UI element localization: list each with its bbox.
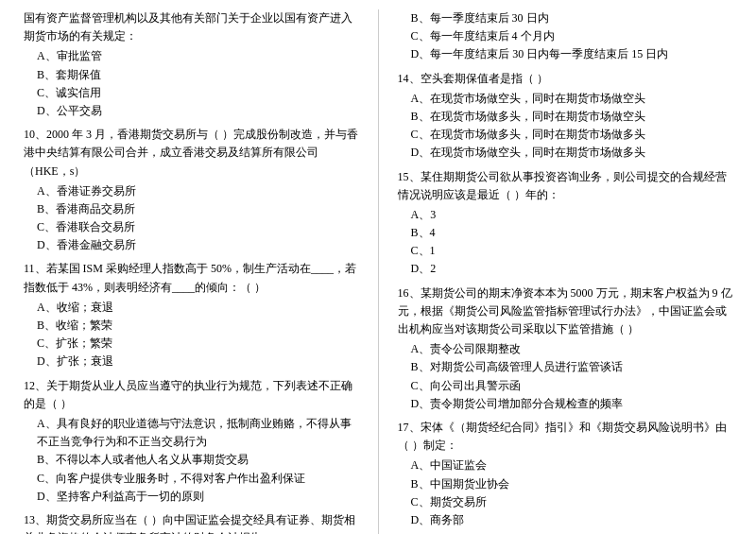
question-16: 16、某期货公司的期末净资本本为 5000 万元，期末客户权益为 9 亿元，根据… (398, 284, 733, 413)
left-column: 国有资产监督管理机构以及其他有关部门关于企业以国有资产进入期货市场的有关规定： … (19, 9, 364, 534)
q11-option-c: C、扩张；繁荣 (37, 335, 359, 353)
question-10-text: 10、2000 年 3 月，香港期货交易所与（ ）完成股份制改造，并与香港中央结… (24, 126, 359, 181)
q17-option-c: C、期货交易所 (411, 493, 733, 511)
option-c: C、诚实信用 (37, 84, 359, 102)
q16-option-a: A、责令公司限期整改 (411, 340, 733, 358)
question-17: 17、宋体《（期货经纪合同》指引》和《期货交易风险说明书》由（ ）制定： A、中… (398, 419, 733, 529)
question-15: 15、某住期期货公司欲从事投资咨询业务，则公司提交的合规经营情况说明应该是最近（… (398, 168, 733, 279)
q14-option-c: C、在现货市场做多头，同时在期货市场做多头 (411, 126, 733, 144)
q17-option-d: D、商务部 (411, 511, 733, 529)
q14-option-b: B、在现货市场做多头，同时在期货市场做空头 (411, 108, 733, 126)
q10-option-d: D、香港金融交易所 (37, 236, 359, 254)
q12-option-d: D、坚持客户利益高于一切的原则 (37, 488, 359, 506)
q12-option-a: A、具有良好的职业道德与守法意识，抵制商业贿赂，不得从事不正当竞争行为和不正当交… (37, 415, 359, 451)
question-11: 11、若某国 ISM 采购经理人指数高于 50%，制生产活动在____，若指数低… (24, 260, 359, 370)
q15-option-d: D、2 (411, 260, 733, 278)
q12-option-c: C、向客户提供专业服务时，不得对客户作出盈利保证 (37, 470, 359, 488)
q15-option-c: C、1 (411, 242, 733, 260)
q17-option-b: B、中国期货业协会 (411, 475, 733, 493)
q12-option-b: B、不得以本人或者他人名义从事期货交易 (37, 451, 359, 469)
question-13-cont: B、每一季度结束后 30 日内 C、每一年度结束后 4 个月内 D、每一年度结束… (398, 9, 733, 64)
q16-option-c: C、向公司出具警示函 (411, 377, 733, 395)
q15-option-b: B、4 (411, 224, 733, 242)
question-12: 12、关于期货从业人员应当遵守的执业行为规范，下列表述不正确的是（ ） A、具有… (24, 377, 359, 506)
option-d: D、公平交易 (37, 102, 359, 120)
question-14-text: 14、空头套期保值者是指（ ） (398, 70, 733, 88)
right-column: B、每一季度结束后 30 日内 C、每一年度结束后 4 个月内 D、每一年度结束… (393, 9, 738, 534)
question-14: 14、空头套期保值者是指（ ） A、在现货市场做空头，同时在期货市场做空头 B、… (398, 70, 733, 163)
q13-option-d: D、每一年度结束后 30 日内每一季度结束后 15 日内 (411, 45, 733, 63)
page-container: 国有资产监督管理机构以及其他有关部门关于企业以国有资产进入期货市场的有关规定： … (19, 9, 737, 534)
q10-option-a: A、香港证券交易所 (37, 182, 359, 200)
q13-option-b: B、每一季度结束后 30 日内 (411, 9, 733, 27)
question-11-text: 11、若某国 ISM 采购经理人指数高于 50%，制生产活动在____，若指数低… (24, 260, 359, 296)
q16-option-b: B、对期货公司高级管理人员进行监管谈话 (411, 358, 733, 376)
question-16-text: 16、某期货公司的期末净资本本为 5000 万元，期末客户权益为 9 亿元，根据… (398, 284, 733, 339)
option-b: B、套期保值 (37, 66, 359, 84)
question-12-text: 12、关于期货从业人员应当遵守的执业行为规范，下列表述不正确的是（ ） (24, 377, 359, 413)
q11-option-b: B、收缩；繁荣 (37, 317, 359, 335)
question-17-text: 17、宋体《（期货经纪合同》指引》和《期货交易风险说明书》由（ ）制定： (398, 419, 733, 455)
option-a: A、审批监管 (37, 47, 359, 65)
q10-option-b: B、香港商品交易所 (37, 200, 359, 218)
q13-option-c: C、每一年度结束后 4 个月内 (411, 27, 733, 45)
q14-option-a: A、在现货市场做空头，同时在期货市场做空头 (411, 90, 733, 108)
q16-option-d: D、责令期货公司增加部分合规检查的频率 (411, 395, 733, 413)
q11-option-d: D、扩张；衰退 (37, 353, 359, 370)
q14-option-d: D、在现货市场做空头，同时在期货市场做多头 (411, 144, 733, 162)
q10-option-c: C、香港联合交易所 (37, 218, 359, 236)
question-15-text: 15、某住期期货公司欲从事投资咨询业务，则公司提交的合规经营情况说明应该是最近（… (398, 168, 733, 204)
q17-option-a: A、中国证监会 (411, 456, 733, 474)
question-intro: 国有资产监督管理机构以及其他有关部门关于企业以国有资产进入期货市场的有关规定： … (24, 9, 359, 120)
q15-option-a: A、3 (411, 206, 733, 224)
q11-option-a: A、收缩；衰退 (37, 299, 359, 317)
column-divider (378, 9, 379, 534)
question-13: 13、期货交易所应当在（ ）向中国证监会提交经具有证券、期货相关业务资格的会计师… (24, 511, 359, 534)
question-intro-text: 国有资产监督管理机构以及其他有关部门关于企业以国有资产进入期货市场的有关规定： (24, 9, 359, 45)
question-13-text: 13、期货交易所应当在（ ）向中国证监会提交经具有证券、期货相关业务资格的会计师… (24, 511, 359, 534)
question-10: 10、2000 年 3 月，香港期货交易所与（ ）完成股份制改造，并与香港中央结… (24, 126, 359, 254)
